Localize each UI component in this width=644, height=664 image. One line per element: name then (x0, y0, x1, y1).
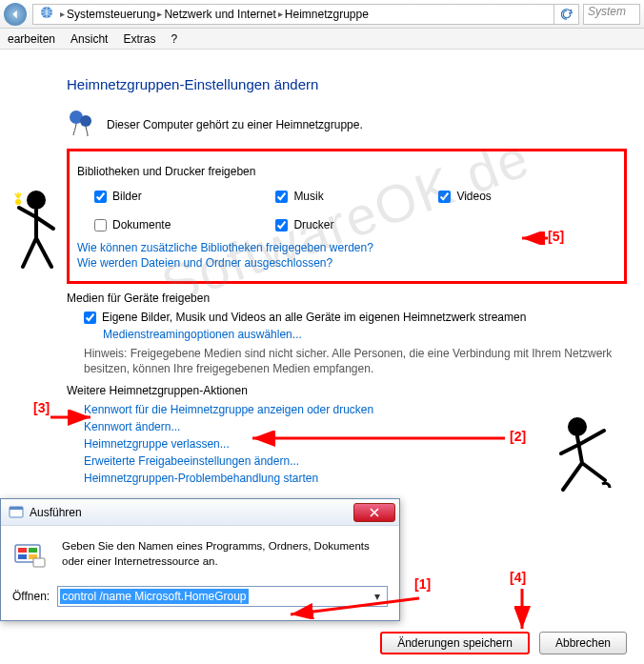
close-button[interactable] (353, 503, 395, 522)
link-exclude[interactable]: Wie werden Dateien und Ordner ausgeschlo… (77, 256, 616, 270)
chevron-right-icon: ▸ (60, 9, 65, 19)
search-input[interactable]: System (583, 4, 640, 25)
svg-rect-4 (10, 507, 23, 510)
chevron-right-icon: ▸ (278, 9, 283, 19)
link-advanced-sharing[interactable]: Erweiterte Freigabeeinstellungen ändern.… (84, 454, 627, 468)
actions-legend: Weitere Heimnetzgruppen-Aktionen (67, 384, 627, 397)
globe-icon (35, 5, 58, 23)
open-label: Öffnen: (12, 590, 50, 603)
nav-back-button[interactable] (4, 3, 27, 26)
menu-bar: earbeiten Ansicht Extras ? (0, 29, 644, 50)
page-title: Heimnetzgruppen-Einstellungen ändern (67, 76, 627, 92)
checkbox-dokumente[interactable]: Dokumente (94, 218, 171, 231)
svg-rect-10 (33, 558, 45, 567)
run-value: control /name Microsoft.HomeGroup (60, 589, 248, 604)
balloons-icon (67, 108, 97, 141)
run-titlebar[interactable]: Ausführen (1, 499, 399, 526)
svg-rect-7 (29, 548, 37, 553)
annotation: [4] (510, 570, 526, 585)
checkbox-musik[interactable]: Musik (275, 190, 333, 203)
annotation: [1] (414, 576, 431, 592)
button-bar: Änderungen speichern Abbrechen (380, 632, 627, 654)
refresh-button[interactable] (554, 4, 579, 25)
run-icon (12, 539, 50, 576)
crumb[interactable]: Heimnetzgruppe (285, 8, 369, 21)
link-streaming-options[interactable]: Medienstreamingoptionen auswählen... (103, 328, 302, 341)
run-combobox[interactable]: control /name Microsoft.HomeGroup ▾ (57, 586, 388, 607)
sharing-section: Bibliotheken und Drucker freigeben Bilde… (67, 149, 627, 284)
chevron-down-icon[interactable]: ▾ (370, 589, 385, 604)
run-dialog: Ausführen Geben Sie den Namen eines Prog… (0, 498, 400, 621)
menu-help[interactable]: ? (171, 32, 177, 46)
media-legend: Medien für Geräte freigeben (67, 292, 627, 305)
run-title-text: Ausführen (30, 506, 353, 519)
belongs-text: Dieser Computer gehört zu einer Heimnetz… (107, 118, 363, 131)
link-show-password[interactable]: Kennwort für die Heimnetzgruppe anzeigen… (84, 403, 627, 416)
link-leave-homegroup[interactable]: Heimnetzgruppe verlassen... (84, 437, 627, 451)
chevron-right-icon: ▸ (157, 9, 162, 19)
svg-rect-6 (18, 548, 27, 553)
sharing-legend: Bibliotheken und Drucker freigeben (77, 165, 616, 178)
save-button[interactable]: Änderungen speichern (380, 632, 530, 654)
crumb[interactable]: Netzwerk und Internet (164, 8, 275, 21)
menu-edit[interactable]: earbeiten (8, 32, 55, 46)
checkbox-videos[interactable]: Videos (438, 190, 491, 203)
svg-point-2 (80, 115, 91, 127)
address-bar: ▸ Systemsteuerung ▸ Netzwerk und Interne… (0, 0, 644, 29)
link-change-password[interactable]: Kennwort ändern... (84, 420, 627, 433)
menu-view[interactable]: Ansicht (70, 32, 108, 46)
menu-extras[interactable]: Extras (123, 32, 155, 46)
run-desc: Geben Sie den Namen eines Programms, Ord… (62, 539, 388, 576)
checkbox-bilder[interactable]: Bilder (94, 190, 171, 203)
cancel-button[interactable]: Abbrechen (539, 632, 627, 654)
media-hint: Hinweis: Freigegebene Medien sind nicht … (67, 347, 627, 376)
crumb[interactable]: Systemsteuerung (67, 8, 155, 21)
link-troubleshoot[interactable]: Heimnetzgruppen-Problembehandlung starte… (84, 472, 627, 485)
checkbox-stream[interactable]: Eigene Bilder, Musik und Videos an alle … (67, 311, 627, 324)
checkbox-drucker[interactable]: Drucker (275, 218, 333, 231)
link-more-libs[interactable]: Wie können zusätzliche Bibliotheken frei… (77, 241, 616, 254)
svg-rect-8 (18, 554, 27, 559)
arrow-icon (514, 586, 533, 634)
breadcrumb[interactable]: ▸ Systemsteuerung ▸ Netzwerk und Interne… (32, 4, 554, 25)
